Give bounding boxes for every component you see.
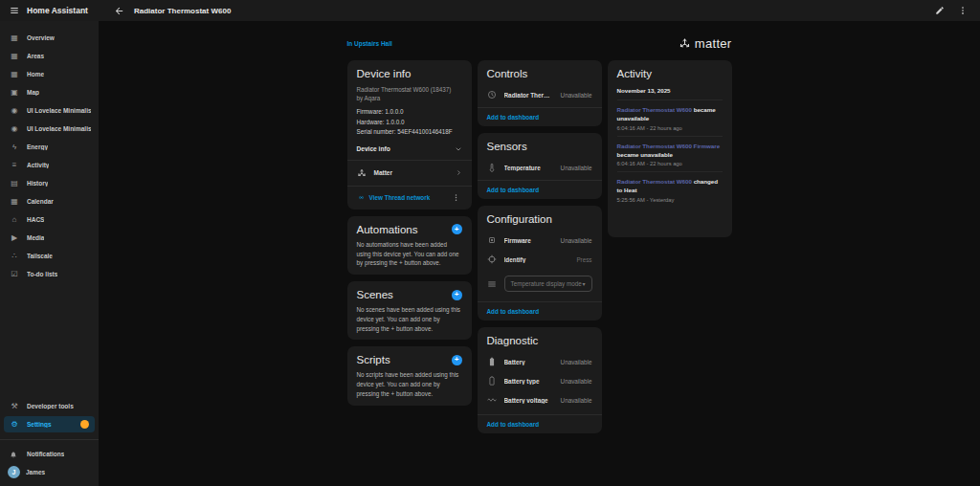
scenes-title: Scenes <box>357 289 393 300</box>
device-info-card: Device info Radiator Thermostat W600 (18… <box>347 60 472 210</box>
sidebar-item-developer-tools[interactable]: ⚒ Developer tools <box>0 397 99 415</box>
voltage-wave-icon <box>487 395 498 405</box>
entity-link[interactable]: Radiator Thermostat W600 Firmware <box>617 143 721 149</box>
temperature-display-mode-select[interactable]: Temperature display mode ▾ <box>504 276 592 292</box>
activity-date-header: November 13, 2025 <box>617 85 723 99</box>
main-content: In Upstairs Hall matter Device info Radi… <box>99 21 980 486</box>
sidebar-item-overview[interactable]: ▦ Overview <box>0 29 99 47</box>
sidebar-item-energy[interactable]: ϟ Energy <box>0 138 99 156</box>
matter-brand-text: matter <box>695 36 732 51</box>
list-lines-icon <box>487 279 498 289</box>
user-avatar: J <box>8 466 20 478</box>
entity-row-battery-type[interactable]: Battery type Unavailable <box>487 371 592 390</box>
view-thread-network-link[interactable]: View Thread network <box>357 193 431 202</box>
sidebar-item-calendar[interactable]: ▦ Calendar <box>0 192 99 210</box>
chevron-right-icon <box>456 169 462 176</box>
sidebar-item-ui-lovelace-minimalist-1[interactable]: ◉ UI Lovelace Minimalist <box>0 101 99 120</box>
matter-logo-icon <box>679 37 691 50</box>
device-info-expander[interactable]: Device info <box>357 138 462 160</box>
areas-icon: ▦ <box>10 52 19 60</box>
device-hardware: Hardware: 1.0.0.0 <box>357 118 462 128</box>
entity-row-identify[interactable]: Identify Press <box>487 250 592 269</box>
sidebar-item-notifications[interactable]: Notifications <box>0 445 99 463</box>
sidebar-item-activity[interactable]: ≡ Activity <box>0 156 99 174</box>
device-firmware: Firmware: 1.0.0.0 <box>357 107 462 118</box>
sensors-add-to-dashboard-link[interactable]: Add to dashboard <box>487 187 540 193</box>
diagnostic-card: Diagnostic Battery Unavailable <box>478 327 602 433</box>
configuration-add-to-dashboard-link[interactable]: Add to dashboard <box>487 308 540 315</box>
scripts-empty-text: No scripts have been added using this de… <box>357 370 462 398</box>
map-icon: ▣ <box>10 88 19 97</box>
area-link[interactable]: In Upstairs Hall <box>347 40 392 47</box>
menu-icon[interactable] <box>9 5 20 16</box>
bell-icon <box>10 451 19 458</box>
sidebar-item-ui-lovelace-minimalist-2[interactable]: ◉ UI Lovelace Minimalist <box>0 120 99 138</box>
entity-row-battery-voltage[interactable]: Battery voltage Unavailable <box>487 390 592 409</box>
page-title: Radiator Thermostat W600 <box>134 7 231 15</box>
battery-outline-icon <box>487 376 498 386</box>
press-button-disabled[interactable]: Press <box>576 256 591 263</box>
sidebar-item-history[interactable]: ▤ History <box>0 174 99 192</box>
dashboard-icon: ▦ <box>10 33 19 42</box>
scripts-title: Scripts <box>357 354 390 365</box>
lovelace-icon: ◉ <box>10 124 19 133</box>
activity-timestamp: 6:04:16 AM - 22 hours ago <box>617 161 723 166</box>
entity-row-thermostat[interactable]: Radiator Thermostat ... Unavailable <box>487 85 592 104</box>
activity-timestamp: 6:04:16 AM - 22 hours ago <box>617 125 723 131</box>
edit-pencil-icon[interactable] <box>934 5 946 16</box>
back-button[interactable] <box>112 4 125 17</box>
automations-empty-text: No automations have been added using thi… <box>357 240 462 268</box>
activity-entry: Radiator Thermostat W600 Firmware became… <box>617 136 723 172</box>
diagnostic-title: Diagnostic <box>487 335 592 346</box>
lightning-icon: ϟ <box>10 143 19 151</box>
controls-title: Controls <box>487 68 592 79</box>
entity-link[interactable]: Radiator Thermostat W600 <box>617 178 692 185</box>
configuration-card: Configuration Firmware Unavailable <box>478 206 602 320</box>
sidebar-header: Home Assistant <box>0 5 99 16</box>
chip-icon <box>487 235 498 245</box>
activity-entry: Radiator Thermostat W600 changed to Heat… <box>617 171 723 208</box>
matter-icon <box>357 168 368 178</box>
sidebar-item-media[interactable]: ▶ Media <box>0 229 99 247</box>
sidebar-item-home[interactable]: ▦ Home <box>0 65 99 83</box>
device-info-overflow-icon[interactable] <box>451 192 462 204</box>
hacs-icon: ⌂ <box>10 215 19 224</box>
entity-state: Unavailable <box>561 237 592 244</box>
scenes-empty-text: No scenes have been added using this dev… <box>357 305 462 333</box>
sidebar-item-settings[interactable]: ⚙ Settings <box>4 416 95 432</box>
activity-timestamp: 5:25:56 AM - Yesterday <box>617 197 723 203</box>
overflow-menu-icon[interactable] <box>957 5 969 16</box>
matter-brand: matter <box>679 36 732 51</box>
matter-integration-row[interactable]: Matter <box>347 161 472 186</box>
sidebar-item-todo-lists[interactable]: ☑ To-do lists <box>0 265 99 283</box>
sidebar-item-tailscale[interactable]: ∴ Tailscale <box>0 247 99 265</box>
entity-row-firmware[interactable]: Firmware Unavailable <box>487 231 592 250</box>
entity-row-temperature-display-mode: Temperature display mode ▾ <box>487 269 592 297</box>
sidebar-divider <box>0 439 99 440</box>
activity-entry: Radiator Thermostat W600 became unavaila… <box>617 99 723 136</box>
add-scene-button[interactable]: + <box>452 290 462 300</box>
entity-link[interactable]: Radiator Thermostat W600 <box>617 106 692 113</box>
signal-icon <box>357 193 366 202</box>
sidebar-item-map[interactable]: ▣ Map <box>0 83 99 101</box>
device-manufacturer: by Aqara <box>357 94 462 102</box>
controls-card: Controls Radiator Thermostat ... Unavail… <box>478 60 602 126</box>
hammer-icon: ⚒ <box>10 402 19 410</box>
entity-row-battery[interactable]: Battery Unavailable <box>487 352 592 371</box>
diagnostic-add-to-dashboard-link[interactable]: Add to dashboard <box>487 421 540 428</box>
controls-add-to-dashboard-link[interactable]: Add to dashboard <box>487 114 540 121</box>
entity-row-temperature[interactable]: Temperature Unavailable <box>487 158 592 177</box>
add-automation-button[interactable]: + <box>452 224 462 234</box>
add-script-button[interactable]: + <box>452 355 462 365</box>
sidebar-item-areas[interactable]: ▦ Areas <box>0 47 99 65</box>
scenes-card: Scenes + No scenes have been added using… <box>347 281 472 340</box>
automations-title: Automations <box>357 224 418 235</box>
list-icon: ≡ <box>10 161 19 169</box>
app-title: Home Assistant <box>27 6 88 15</box>
scripts-card: Scripts + No scripts have been added usi… <box>347 346 472 405</box>
automations-card: Automations + No automations have been a… <box>347 216 472 275</box>
entity-state: Unavailable <box>561 378 592 385</box>
sidebar-item-hacs[interactable]: ⌂ HACS <box>0 210 99 229</box>
sidebar-item-user-profile[interactable]: J James <box>0 463 99 481</box>
tailscale-icon: ∴ <box>10 252 19 260</box>
